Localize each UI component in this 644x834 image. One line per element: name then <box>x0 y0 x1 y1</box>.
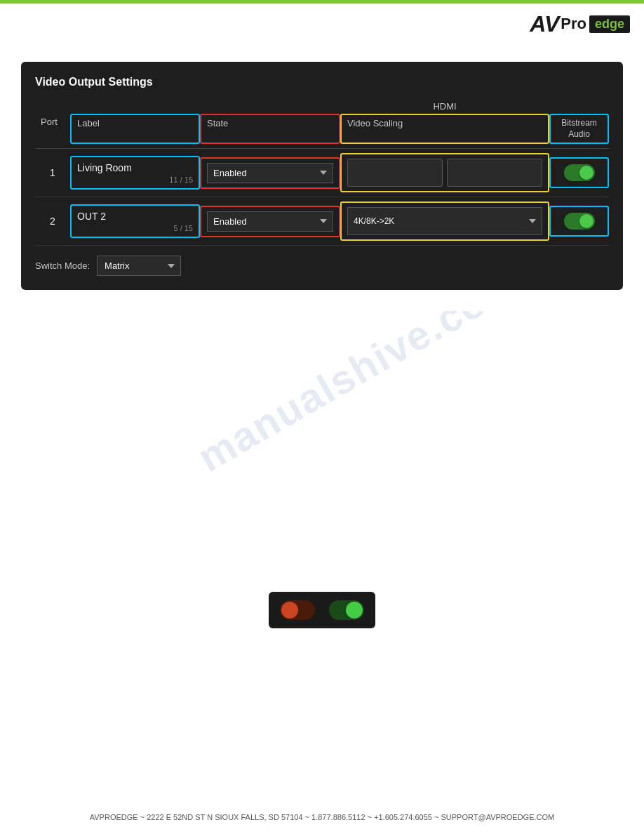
green-bar <box>0 0 644 4</box>
toggle-preview-container <box>252 592 392 628</box>
table-row: 2 5 / 15 Enabled Disabled Auto 4K/8K->2K… <box>35 197 609 246</box>
video-scaling-cell-2: Auto 4K/8K->2K 1080p 720p <box>340 201 549 241</box>
bitstream-cell-1 <box>549 157 609 188</box>
state-select-1[interactable]: Enabled Disabled <box>207 163 333 183</box>
video-scaling-cell-1 <box>340 153 549 192</box>
col-header-state: State <box>201 115 339 131</box>
hdmi-label: HDMI <box>433 101 456 112</box>
logo: AV Pro edge <box>530 11 630 37</box>
table-header: Port Label State Video Scaling Bitstream… <box>35 114 609 149</box>
watermark: manualshive.com <box>189 311 527 481</box>
logo-edge: edge <box>589 15 630 33</box>
col-header-bitstream: BitstreamAudio <box>551 115 608 143</box>
page-header: AV Pro edge <box>0 0 644 48</box>
state-section: State <box>200 114 340 144</box>
label-cell-2: 5 / 15 <box>70 204 200 238</box>
toggle-knob-off <box>281 602 298 618</box>
toggle-knob-on-preview <box>346 602 363 618</box>
state-select-2[interactable]: Enabled Disabled <box>207 211 333 232</box>
port-number-1: 1 <box>35 164 70 181</box>
video-scaling-inner-1 <box>347 159 542 187</box>
label-count-1: 11 / 15 <box>77 176 193 184</box>
toggle-preview <box>269 592 375 628</box>
label-input-2[interactable] <box>77 211 193 222</box>
col-header-video-scaling: Video Scaling <box>342 115 548 131</box>
toggle-knob-1 <box>579 166 593 180</box>
switch-mode-label: Switch Mode: <box>35 260 90 271</box>
port-number-2: 2 <box>35 213 70 230</box>
hdmi-section: Video Scaling <box>340 114 549 144</box>
label-cell-1: 11 / 15 <box>70 156 200 190</box>
switch-mode-select[interactable]: Matrix Auto Manual <box>97 256 181 276</box>
logo-av: AV <box>530 11 559 37</box>
bitstream-toggle-1[interactable] <box>564 164 595 181</box>
footer-text: AVPROEDGE ~ 2222 E 52ND ST N SIOUX FALLS… <box>90 813 554 821</box>
main-content: Video Output Settings HDMI Port Label St… <box>0 48 644 663</box>
label-count-2: 5 / 15 <box>77 224 193 232</box>
toggle-preview-off[interactable] <box>280 600 315 620</box>
scaling-box-left-1 <box>347 159 443 187</box>
state-cell-1: Enabled Disabled <box>200 157 340 189</box>
col-header-label: Label <box>72 115 199 131</box>
bitstream-section: BitstreamAudio <box>549 114 609 144</box>
logo-pro: Pro <box>561 15 586 33</box>
watermark-area: manualshive.com <box>21 311 623 592</box>
label-section: Label <box>70 114 200 144</box>
toggle-preview-on[interactable] <box>329 600 364 620</box>
toggle-knob-2 <box>579 214 593 228</box>
bitstream-cell-2 <box>549 206 609 237</box>
state-cell-2: Enabled Disabled <box>200 206 340 237</box>
panel-title: Video Output Settings <box>35 76 609 88</box>
table-row: 1 11 / 15 Enabled Disabled <box>35 149 609 197</box>
settings-panel: Video Output Settings HDMI Port Label St… <box>21 62 623 290</box>
video-scaling-select-2[interactable]: Auto 4K/8K->2K 1080p 720p <box>347 207 542 235</box>
col-header-port: Port <box>35 114 70 144</box>
scaling-box-right-1 <box>447 159 542 187</box>
switch-mode-row: Switch Mode: Matrix Auto Manual <box>35 256 609 276</box>
bitstream-toggle-2[interactable] <box>564 213 595 230</box>
footer: AVPROEDGE ~ 2222 E 52ND ST N SIOUX FALLS… <box>0 810 644 823</box>
label-input-1[interactable] <box>77 162 193 173</box>
